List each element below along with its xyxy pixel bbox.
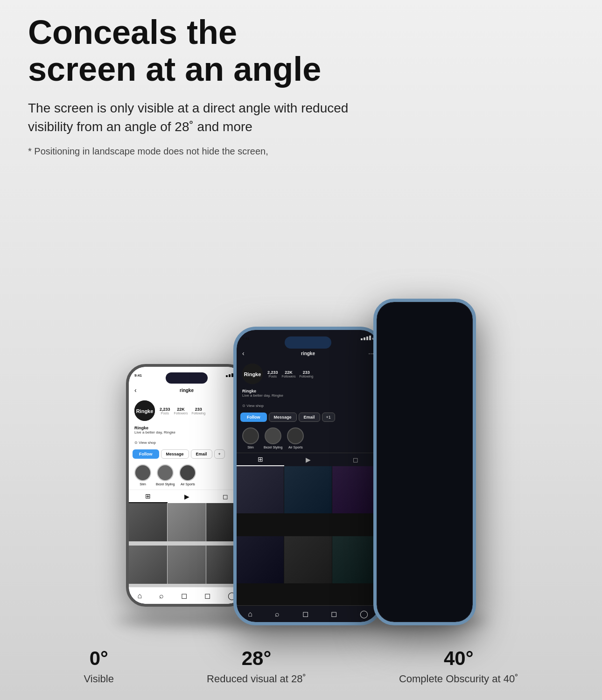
- avatar-small: Ringke: [134, 400, 155, 421]
- grid-icon-medium[interactable]: ⊞: [237, 453, 284, 466]
- profile-info-medium: Ringke 2,233 Posts 22K Followers: [237, 360, 379, 388]
- highlights-medium: Slim Bezel Styling Air Sports: [237, 424, 379, 453]
- status-bar-medium: 9:41 5G: [237, 330, 379, 347]
- angle-0: 0° Visible: [84, 647, 114, 686]
- svg-text:Ringke: Ringke: [244, 371, 261, 377]
- desc-40: Complete Obscurity at 40˚: [399, 672, 518, 686]
- svg-rect-9: [366, 336, 368, 340]
- desc-0: Visible: [84, 672, 114, 686]
- back-icon-small[interactable]: ‹: [134, 386, 137, 394]
- highlight-air-small: Air Sports: [179, 464, 196, 486]
- tag-icon-medium[interactable]: ◻: [332, 453, 379, 466]
- side-button-large: [475, 377, 476, 409]
- photo-6-medium: [332, 536, 379, 583]
- add-button-medium[interactable]: +1: [322, 413, 335, 422]
- phones-container: 9:41 5G ‹ ringke ···: [0, 299, 602, 625]
- highlight-slim-small: Slim: [134, 464, 151, 486]
- bag-icon-small[interactable]: ◻: [204, 591, 210, 600]
- bottom-labels: 0° Visible 28° Reduced visual at 28˚ 40°…: [0, 647, 602, 686]
- profile-info-small: Ringke 2,233 Posts 22K Followers: [129, 397, 245, 425]
- time-medium: 9:41: [242, 336, 250, 341]
- photo-5-small: [168, 546, 206, 584]
- highlight-slim-medium: Slim: [242, 427, 259, 449]
- angle-28: 28° Reduced visual at 28˚: [207, 647, 306, 686]
- insta-screen-medium: 9:41 5G ‹ ringke ···: [237, 330, 379, 622]
- action-buttons-small: Follow Message Email +: [129, 448, 245, 461]
- svg-rect-8: [364, 337, 365, 340]
- follow-button-small[interactable]: Follow: [133, 449, 159, 459]
- highlight-bezel-small: Bezel Styling: [156, 464, 175, 486]
- angle-40: 40° Complete Obscurity at 40˚: [399, 647, 518, 686]
- status-bar-small: 9:41 5G: [129, 367, 245, 384]
- video-icon-small[interactable]: ▶: [168, 490, 206, 503]
- profile-nav-title-small: ringke: [180, 388, 194, 393]
- follow-button-medium[interactable]: Follow: [240, 413, 267, 422]
- profile-nav-small: ‹ ringke ···: [129, 384, 245, 397]
- svg-rect-7: [361, 338, 363, 340]
- home-icon-medium[interactable]: ⌂: [248, 610, 252, 618]
- photo-4-small: [129, 546, 167, 584]
- profile-nav-medium: ‹ ringke ···: [237, 347, 379, 360]
- degree-0: 0°: [90, 647, 108, 670]
- grid-nav-small: ⊞ ▶ ◻: [129, 490, 245, 503]
- phone-medium-screen: 9:41 5G ‹ ringke ···: [237, 330, 379, 622]
- stats-medium: 2,233 Posts 22K Followers 233 Following: [267, 370, 374, 378]
- bottom-nav-medium: ⌂ ⌕ ◻ ◻ ◯: [237, 605, 379, 622]
- profile-icon-medium[interactable]: ◯: [360, 609, 368, 618]
- insta-screen-small: 9:41 5G ‹ ringke ···: [129, 367, 245, 604]
- search-icon-medium[interactable]: ⌕: [275, 610, 280, 618]
- profile-name-row-small: Ringke Live a better day, Ringke: [129, 425, 245, 435]
- shop-icon-small[interactable]: ◻: [181, 591, 187, 600]
- photo-5-medium: [284, 536, 331, 583]
- view-shop-small[interactable]: ⊙ View shop: [129, 435, 245, 448]
- stat-posts-small: 2,233 Posts: [160, 407, 170, 415]
- home-icon-small[interactable]: ⌂: [137, 592, 142, 600]
- phone-small: 9:41 5G ‹ ringke ···: [126, 364, 247, 607]
- photo-2-medium: [284, 466, 331, 513]
- main-title: Conceals the screen at an angle: [28, 14, 355, 88]
- grid-nav-medium: ⊞ ▶ ◻: [237, 453, 379, 466]
- time-small: 9:41: [134, 373, 142, 378]
- message-button-small[interactable]: Message: [161, 449, 189, 459]
- phone-large-screen: [377, 302, 473, 622]
- phone-medium: 9:41 5G ‹ ringke ···: [233, 327, 383, 625]
- highlight-bezel-medium: Bezel Styling: [264, 427, 282, 449]
- avatar-medium: Ringke: [242, 364, 263, 384]
- svg-rect-0: [226, 375, 228, 377]
- bottom-nav-small: ⌂ ⌕ ◻ ◻ ◯: [129, 587, 245, 604]
- email-button-small[interactable]: Email: [191, 449, 212, 459]
- back-icon-medium[interactable]: ‹: [242, 350, 245, 357]
- grid-icon-small[interactable]: ⊞: [129, 490, 168, 503]
- shop-icon-medium[interactable]: ◻: [302, 609, 308, 618]
- photo-1-small: [129, 503, 167, 541]
- stat-posts-medium: 2,233 Posts: [267, 370, 278, 378]
- svg-rect-1: [229, 374, 231, 377]
- stat-following-small: 233 Following: [191, 407, 205, 415]
- phone-small-screen: 9:41 5G ‹ ringke ···: [129, 367, 245, 604]
- note: * Positioning in landscape mode does not…: [28, 144, 355, 158]
- photo-1-medium: [237, 466, 284, 513]
- photo-3-medium: [332, 466, 379, 513]
- photos-grid-small: [129, 503, 245, 587]
- profile-nav-title-medium: ringke: [301, 351, 315, 356]
- desc-28: Reduced visual at 28˚: [207, 672, 306, 686]
- svg-text:Ringke: Ringke: [136, 408, 154, 414]
- sub-description: The screen is only visible at a direct a…: [28, 99, 355, 135]
- message-button-medium[interactable]: Message: [269, 413, 297, 422]
- stats-small: 2,233 Posts 22K Followers 233 Following: [160, 407, 239, 415]
- add-button-small[interactable]: +: [214, 449, 225, 459]
- view-shop-medium[interactable]: ⊙ View shop: [237, 399, 379, 411]
- photos-grid-medium: [237, 466, 379, 605]
- highlight-air-medium: Air Sports: [287, 427, 304, 449]
- svg-rect-10: [369, 336, 371, 340]
- photo-4-medium: [237, 536, 284, 583]
- profile-name-row-medium: Ringke Live a better day, Ringke: [237, 388, 379, 399]
- video-icon-medium[interactable]: ▶: [284, 453, 332, 466]
- text-section: Conceals the screen at an angle The scre…: [28, 14, 355, 158]
- bag-icon-medium[interactable]: ◻: [331, 609, 337, 618]
- photo-2-small: [168, 503, 206, 541]
- degree-28: 28°: [242, 647, 272, 670]
- degree-40: 40°: [444, 647, 474, 670]
- email-button-medium[interactable]: Email: [299, 413, 320, 422]
- search-icon-small[interactable]: ⌕: [159, 592, 164, 600]
